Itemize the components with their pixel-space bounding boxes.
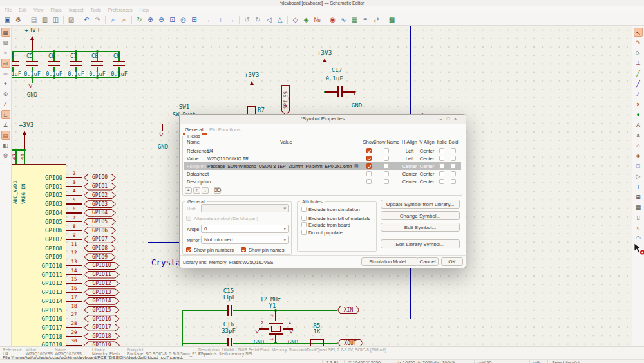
- bom-icon[interactable]: ≡: [361, 15, 370, 24]
- erc-icon[interactable]: ◉: [328, 15, 337, 24]
- cancel-button[interactable]: Cancel: [417, 257, 439, 266]
- ref-y1[interactable]: Y1: [260, 302, 285, 309]
- add-field-button[interactable]: +: [185, 187, 192, 194]
- add-bus-icon[interactable]: ╱: [634, 79, 643, 88]
- italic-checkbox[interactable]: [439, 179, 444, 184]
- zoom-in-icon[interactable]: ⊕: [146, 15, 155, 24]
- gnd-symbol-y1-right[interactable]: [289, 328, 294, 335]
- field-name-value[interactable]: Value: [187, 156, 199, 162]
- global-label-gpio19[interactable]: GPIO19: [84, 341, 120, 346]
- bold-checkbox[interactable]: [451, 171, 456, 176]
- show-checkbox[interactable]: [366, 163, 372, 169]
- show-checkbox[interactable]: [366, 179, 372, 184]
- show-pin-names-checkbox[interactable]: [241, 247, 246, 252]
- c15-plate[interactable]: [227, 305, 229, 316]
- highlight-net-icon[interactable]: ✎: [634, 38, 643, 47]
- show-name-checkbox[interactable]: [384, 171, 389, 176]
- wire-r7[interactable]: [252, 94, 252, 106]
- global-label-gpio9[interactable]: GPIO9: [84, 253, 116, 261]
- global-label-gpio7[interactable]: GPIO7: [84, 236, 116, 243]
- global-label-gpio15[interactable]: GPIO15: [84, 306, 120, 314]
- c17-plate[interactable]: [337, 86, 339, 97]
- add-net-label-icon[interactable]: A: [634, 120, 643, 129]
- simulation-model-button[interactable]: Simulation Model...: [361, 257, 418, 266]
- c16-plate[interactable]: [231, 338, 233, 347]
- menu-help[interactable]: Help: [140, 8, 149, 12]
- menu-view[interactable]: View: [33, 8, 43, 12]
- print-icon[interactable]: ▥: [40, 15, 50, 24]
- bold-checkbox[interactable]: [451, 179, 456, 184]
- dialog-window-controls[interactable]: –□×: [440, 115, 461, 124]
- global-label-gpio2[interactable]: GPIO2: [84, 192, 116, 200]
- v-align-value[interactable]: Center: [420, 148, 435, 154]
- do-not-populate-checkbox[interactable]: [301, 230, 307, 235]
- global-label-spi-ss[interactable]: SPI_SS: [281, 85, 290, 115]
- edit-library-symbol-button[interactable]: Edit Library Symbol...: [381, 239, 460, 248]
- field-value-reference[interactable]: U4: [207, 149, 213, 153]
- bold-checkbox[interactable]: [451, 156, 456, 161]
- italic-checkbox[interactable]: [439, 148, 444, 153]
- power-label-3v3-c17[interactable]: +3V3: [312, 50, 337, 56]
- add-junction-icon[interactable]: ●: [634, 110, 643, 119]
- h-align-value[interactable]: Center: [402, 171, 417, 177]
- menu-preferences[interactable]: Preferences: [108, 8, 133, 12]
- italic-checkbox[interactable]: [439, 156, 444, 161]
- y1-plate-top[interactable]: [269, 323, 283, 324]
- nav-forward-icon[interactable]: →: [227, 15, 236, 24]
- wire-caps-bottom[interactable]: [12, 77, 119, 78]
- add-table-icon[interactable]: ▦: [634, 203, 643, 212]
- library-browser-icon[interactable]: ▤: [354, 163, 359, 169]
- symbol-editor-icon[interactable]: ◇: [290, 15, 300, 24]
- move-up-button[interactable]: ↑: [193, 187, 200, 194]
- find-icon[interactable]: ⌕: [108, 15, 118, 24]
- power-label-3v3-r7[interactable]: +3V3: [239, 71, 265, 78]
- capacitor-C7[interactable]: [70, 61, 82, 63]
- cursor-shape-icon[interactable]: +: [1, 79, 10, 88]
- gnd-symbol-caps[interactable]: [28, 82, 33, 89]
- grid-overrides-icon[interactable]: ▩: [1, 38, 10, 47]
- show-checkbox[interactable]: [366, 171, 372, 176]
- show-name-checkbox[interactable]: [384, 163, 389, 169]
- undo-icon[interactable]: ↶: [82, 15, 91, 24]
- nav-up-icon[interactable]: ↑: [216, 15, 225, 24]
- global-label-gpio17[interactable]: GPIO17: [84, 324, 120, 331]
- global-label-gpio0[interactable]: GPIO0: [84, 174, 116, 182]
- h-align-value[interactable]: Center: [402, 163, 417, 169]
- symbol-fields-table-icon[interactable]: ▦: [350, 15, 359, 24]
- v-align-value[interactable]: Center: [420, 171, 435, 177]
- add-global-label-icon[interactable]: ⌂: [634, 141, 643, 150]
- field-value-footprint[interactable]: Package_SON:Winbond_USON-8-1EP_3x2mm_P0.…: [207, 164, 352, 169]
- capacitor-C5[interactable]: [26, 61, 38, 63]
- field-name-footprint[interactable]: Footprint: [187, 163, 206, 169]
- ref-sw1[interactable]: SW1: [171, 104, 197, 110]
- global-label-xout[interactable]: XOUT: [337, 339, 363, 347]
- zoom-objects-icon[interactable]: ◎: [178, 15, 188, 24]
- h-align-value[interactable]: Center: [402, 179, 417, 185]
- nav-back-icon[interactable]: ←: [205, 15, 214, 24]
- menu-file[interactable]: File: [5, 8, 12, 12]
- paste-icon[interactable]: ▨: [66, 15, 76, 24]
- add-power-icon[interactable]: ⊥: [634, 59, 643, 68]
- net-inspector-icon[interactable]: ⚙: [1, 151, 10, 160]
- menu-edit[interactable]: Edit: [19, 8, 26, 12]
- capacitor-C9[interactable]: [113, 61, 125, 63]
- global-label-gpio11[interactable]: GPIO11: [84, 271, 120, 279]
- refresh-icon[interactable]: ↻: [135, 15, 144, 24]
- global-label-gpio14[interactable]: GPIO14: [84, 297, 120, 305]
- menu-place[interactable]: Place: [50, 8, 62, 12]
- field-value-value[interactable]: W25Q16JVUXIQ TR: [207, 156, 249, 161]
- add-bus-entry-icon[interactable]: ∕: [634, 89, 643, 98]
- exclude-from-board-checkbox[interactable]: [301, 222, 307, 227]
- add-textbox-icon[interactable]: ⊞: [634, 192, 643, 201]
- global-label-gpio10[interactable]: GPIO10: [84, 262, 120, 270]
- v-align-value[interactable]: Center: [420, 179, 435, 185]
- global-label-gpio18[interactable]: GPIO18: [84, 333, 120, 340]
- italic-checkbox[interactable]: [439, 163, 444, 169]
- unit-combo[interactable]: [201, 204, 289, 212]
- capacitor-C8[interactable]: [91, 61, 103, 63]
- capacitor-C6[interactable]: [48, 61, 60, 63]
- change-symbol-button[interactable]: Change Symbol...: [381, 211, 460, 220]
- annotate-icon[interactable]: №: [312, 15, 322, 24]
- plot-icon[interactable]: ◫: [51, 15, 61, 24]
- show-name-checkbox[interactable]: [384, 179, 389, 184]
